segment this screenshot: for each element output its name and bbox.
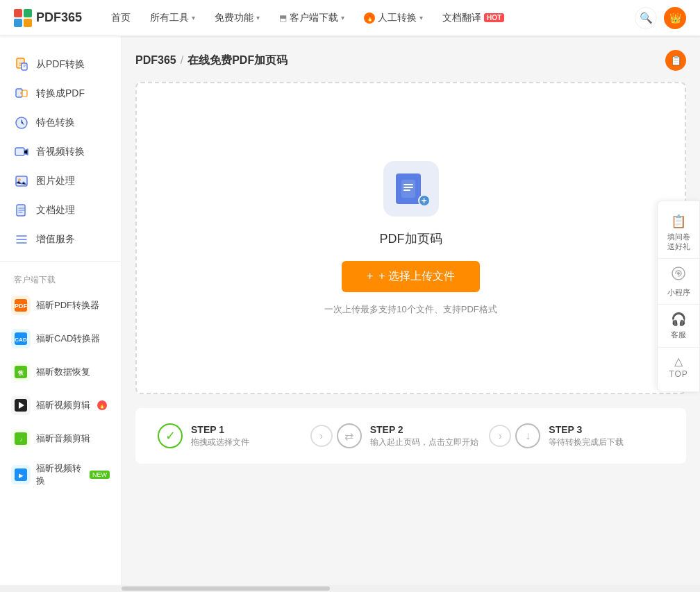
plus-icon: + [367, 270, 373, 282]
step1-desc: 拖拽或选择文件 [191, 437, 249, 448]
step2-desc: 输入起止页码，点击立即开始 [370, 437, 478, 448]
svg-rect-27 [401, 180, 415, 198]
right-arrow-icon: › [489, 425, 511, 447]
breadcrumb-separator: / [181, 54, 183, 67]
survey-button[interactable]: 📋 填问卷送好礼 [658, 206, 699, 259]
new-badge: NEW [90, 471, 110, 479]
feedback-button[interactable]: 📋 [665, 50, 686, 71]
sidebar-item-from-pdf[interactable]: 从PDF转换 [0, 50, 121, 79]
user-avatar-button[interactable]: 👑 [664, 7, 686, 29]
search-icon: 🔍 [640, 12, 653, 24]
step3-desc: 等待转换完成后下载 [549, 437, 624, 448]
check-circle: ✓ [158, 423, 183, 448]
image-icon [14, 174, 29, 189]
audio-edit-icon: ♪ [11, 429, 31, 448]
steps-bar: ✓ STEP 1 拖拽或选择文件 › ⇄ STEP 2 输入起止页码，点击立即开… [135, 408, 686, 464]
svg-text:CAD: CAD [15, 337, 27, 343]
top-label: TOP [669, 369, 688, 379]
breadcrumb-current: 在线免费PDF加页码 [188, 53, 288, 68]
nav-human-convert[interactable]: 🔥 人工转换 ▾ [356, 8, 431, 28]
chevron-down-icon: ▾ [419, 14, 423, 22]
upload-title: PDF加页码 [380, 230, 442, 247]
svg-point-29 [677, 272, 680, 275]
sidebar-divider [0, 261, 121, 262]
sidebar-item-doc[interactable]: 文档处理 [0, 196, 121, 225]
doc-icon [14, 203, 29, 218]
svg-point-12 [18, 178, 21, 181]
logo-area[interactable]: PDF365 [14, 9, 82, 27]
cad-converter-icon: CAD [11, 329, 31, 348]
upload-button[interactable]: + + 选择上传文件 [342, 261, 480, 292]
logo-text: PDF365 [36, 10, 82, 25]
sidebar-item-audio-edit[interactable]: ♪ 福昕音频剪辑 [0, 422, 121, 455]
sidebar-label-doc: 文档处理 [36, 204, 75, 217]
sidebar-item-special-convert[interactable]: 特色转换 [0, 108, 121, 137]
fire-badge: 🔥 [97, 400, 107, 410]
upload-hint: 一次上传最多支持10个文件、支持PDF格式 [324, 303, 497, 316]
miniprogram-button[interactable]: 小程序 [658, 259, 699, 305]
search-button[interactable]: 🔍 [635, 7, 657, 29]
sidebar-item-value[interactable]: 增值服务 [0, 225, 121, 254]
back-to-top-button[interactable]: △ TOP [658, 348, 699, 386]
main-layout: 从PDF转换 转换成PDF 特色转换 音视频转换 图片处理 [0, 36, 700, 592]
sidebar-item-image[interactable]: 图片处理 [0, 167, 121, 196]
sidebar-section-title: 客户端下载 [0, 269, 121, 289]
step-3: ↓ STEP 3 等待转换完成后下载 [514, 422, 665, 450]
headset-icon: 🎧 [671, 312, 686, 327]
miniprogram-icon [671, 266, 686, 285]
svg-rect-5 [22, 90, 27, 96]
upload-area[interactable]: + PDF加页码 + + 选择上传文件 一次上传最多支持10个文件、支持PDF格… [135, 82, 686, 394]
data-recovery-label: 福昕数据恢复 [36, 366, 90, 378]
pdf-converter-icon: PDF [11, 296, 31, 315]
sidebar-item-to-pdf[interactable]: 转换成PDF [0, 79, 121, 108]
step2-label: STEP 2 [370, 424, 478, 435]
plus-icon: + [418, 194, 431, 207]
special-convert-icon [14, 115, 29, 130]
nav-menu: 首页 所有工具 ▾ 免费功能 ▾ ⬒ 客户端下载 ▾ 🔥 人工转换 ▾ 文档翻译… [103, 8, 635, 28]
logo-grid [14, 9, 32, 27]
nav-client-download[interactable]: ⬒ 客户端下载 ▾ [271, 8, 353, 28]
breadcrumb: PDF365 / 在线免费PDF加页码 📋 [135, 50, 686, 71]
audio-edit-label: 福昕音频剪辑 [36, 432, 90, 445]
to-pdf-icon [14, 86, 29, 101]
step3-icon-area: ↓ [514, 422, 542, 450]
feedback-icon: 📋 [670, 55, 682, 66]
video-convert-label: 福昕视频转换 [36, 462, 81, 487]
sidebar-item-av-convert[interactable]: 音视频转换 [0, 137, 121, 167]
step-arrow-1: › [308, 422, 335, 450]
step3-label: STEP 3 [549, 424, 624, 435]
sidebar-item-video-convert[interactable]: ▶ 福昕视频转换 NEW [0, 455, 121, 494]
crown-icon: 👑 [669, 12, 681, 24]
scrollbar-thumb[interactable] [122, 586, 330, 591]
chevron-down-icon: ▾ [256, 14, 260, 22]
nav-all-tools[interactable]: 所有工具 ▾ [142, 8, 203, 28]
doc-shape [396, 174, 421, 204]
top-navigation: PDF365 首页 所有工具 ▾ 免费功能 ▾ ⬒ 客户端下载 ▾ 🔥 人工转换… [0, 0, 700, 36]
download-arrow-icon: ↓ [515, 423, 540, 448]
sidebar-item-cad-converter[interactable]: CAD 福昕CAD转换器 [0, 322, 121, 355]
step2-text: STEP 2 输入起止页码，点击立即开始 [370, 424, 478, 448]
customer-service-button[interactable]: 🎧 客服 [658, 305, 699, 347]
step2-icon-area: ⇄ [335, 422, 363, 450]
step1-check-icon: ✓ [156, 422, 184, 450]
sidebar-label-from-pdf: 从PDF转换 [36, 58, 85, 71]
nav-doc-translate[interactable]: 文档翻译 HOT [434, 8, 512, 28]
svg-rect-10 [16, 176, 27, 186]
download-icon: ⬒ [279, 13, 287, 23]
sidebar-item-video-edit[interactable]: 福昕视频剪辑 🔥 [0, 389, 121, 422]
breadcrumb-parent[interactable]: PDF365 [135, 54, 176, 67]
survey-icon: 📋 [671, 213, 686, 228]
upload-button-label: + 选择上传文件 [378, 269, 455, 284]
pdf-add-icon: + [396, 174, 426, 204]
horizontal-scrollbar[interactable] [0, 585, 700, 592]
survey-label: 填问卷送好礼 [667, 231, 690, 251]
nav-free-features[interactable]: 免费功能 ▾ [206, 8, 268, 28]
flame-icon: 🔥 [364, 12, 375, 24]
svg-text:PDF: PDF [15, 303, 28, 310]
nav-right-area: 🔍 👑 [635, 7, 686, 29]
sidebar-item-data-recovery[interactable]: 恢 福昕数据恢复 [0, 355, 121, 389]
svg-text:▶: ▶ [19, 473, 24, 479]
nav-home[interactable]: 首页 [103, 8, 139, 28]
sidebar-item-pdf-converter[interactable]: PDF 福昕PDF转换器 [0, 289, 121, 322]
step1-label: STEP 1 [191, 424, 249, 435]
